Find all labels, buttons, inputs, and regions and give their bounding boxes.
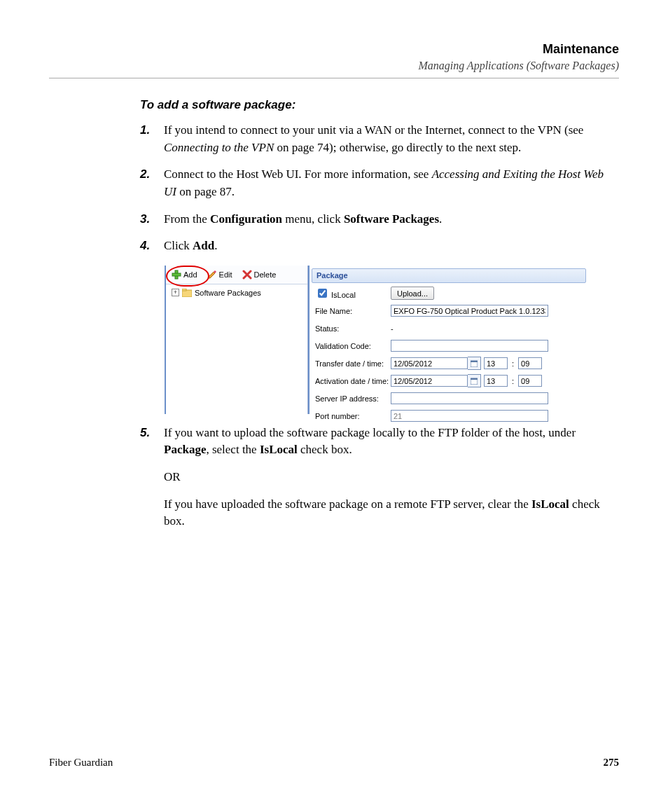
step-text: , select the [206, 443, 259, 456]
step-number: 5. [140, 425, 164, 530]
step-5: 5. If you want to upload the software pa… [140, 425, 619, 530]
expand-icon[interactable]: + [172, 289, 179, 296]
transfer-date-input[interactable] [391, 357, 468, 369]
details-panel: Package IsLocal Upload... File Name: Sta… [308, 266, 588, 414]
ui-ref: Configuration [210, 212, 282, 226]
upload-button[interactable]: Upload... [391, 287, 434, 300]
transfer-min-input[interactable] [518, 357, 542, 369]
calendar-icon[interactable] [468, 357, 481, 370]
page-section-subtitle: Managing Applications (Software Packages… [49, 60, 619, 72]
svg-rect-1 [172, 273, 181, 276]
add-button[interactable]: Add [170, 269, 199, 280]
port-label: Port number: [315, 412, 391, 420]
validation-label: Validation Code: [315, 342, 391, 350]
cross-ref: Connecting to the VPN [164, 141, 274, 154]
embedded-screenshot: Add Edit Delete + Software Pa [164, 265, 589, 415]
time-colon: : [510, 359, 515, 368]
step-1: 1. If you intend to connect to your unit… [140, 122, 619, 156]
header-divider [49, 78, 619, 78]
step-text: If you have uploaded the software packag… [164, 497, 531, 511]
edit-label: Edit [219, 270, 232, 279]
tree-panel: Add Edit Delete + Software Pa [165, 266, 308, 414]
footer-page-number: 275 [604, 757, 620, 769]
step-4: 4. Click Add. [140, 238, 619, 255]
serverip-input[interactable] [391, 392, 548, 404]
calendar-icon[interactable] [468, 374, 481, 387]
tree-root-item[interactable]: + Software Packages [172, 289, 307, 297]
svg-rect-7 [471, 361, 478, 362]
pencil-icon [207, 270, 217, 280]
time-colon: : [510, 377, 515, 385]
activation-hour-input[interactable] [484, 375, 508, 387]
step-3: 3. From the Configuration menu, click So… [140, 211, 619, 228]
panel-title: Package [312, 268, 586, 283]
ui-ref: IsLocal [531, 497, 569, 511]
validation-input[interactable] [391, 340, 548, 352]
footer-product: Fiber Guardian [49, 757, 113, 769]
x-icon [242, 270, 252, 280]
step-text: From the [164, 212, 210, 226]
step-text: . [439, 212, 442, 226]
islocal-label: IsLocal [331, 291, 356, 299]
status-value: - [391, 324, 394, 333]
svg-rect-5 [182, 289, 186, 291]
or-separator: OR [164, 469, 619, 486]
ui-ref: IsLocal [260, 443, 298, 456]
plus-icon [172, 270, 181, 280]
ui-ref: Software Packages [344, 212, 439, 226]
page-section-title: Maintenance [49, 42, 619, 57]
step-text: If you want to upload the software packa… [164, 426, 576, 439]
svg-marker-2 [209, 272, 215, 278]
activation-date-input[interactable] [391, 375, 468, 387]
status-label: Status: [315, 324, 391, 333]
step-text: . [214, 239, 217, 252]
activation-label: Activation date / time: [315, 377, 391, 385]
port-input[interactable] [391, 410, 548, 422]
procedure-heading: To add a software package: [140, 98, 619, 112]
filename-label: File Name: [315, 307, 391, 315]
transfer-hour-input[interactable] [484, 357, 508, 369]
step-number: 3. [140, 211, 164, 228]
filename-input[interactable] [391, 305, 548, 317]
step-number: 1. [140, 122, 164, 156]
delete-label: Delete [254, 270, 277, 279]
serverip-label: Server IP address: [315, 394, 391, 403]
edit-button[interactable]: Edit [206, 269, 234, 280]
step-text: on page 87. [176, 185, 235, 198]
svg-rect-9 [471, 378, 478, 380]
step-text: Connect to the Host Web UI. For more inf… [164, 167, 432, 181]
step-number: 4. [140, 238, 164, 255]
islocal-checkbox[interactable] [318, 289, 327, 298]
step-text: menu, click [282, 212, 344, 226]
step-2: 2. Connect to the Host Web UI. For more … [140, 166, 619, 200]
step-number: 2. [140, 166, 164, 200]
ui-ref: Package [164, 443, 206, 456]
transfer-label: Transfer date / time: [315, 359, 391, 368]
toolbar: Add Edit Delete [166, 266, 307, 284]
step-text: on page 74); otherwise, go directly to t… [274, 141, 521, 154]
add-label: Add [183, 270, 197, 279]
activation-min-input[interactable] [518, 375, 542, 387]
tree: + Software Packages [166, 284, 307, 297]
step-text: Click [164, 239, 193, 252]
step-text: If you intend to connect to your unit vi… [164, 123, 583, 137]
step-text: check box. [298, 443, 352, 456]
tree-root-label: Software Packages [195, 289, 261, 297]
ui-ref: Add [193, 239, 214, 252]
folder-icon [182, 289, 192, 297]
delete-button[interactable]: Delete [241, 269, 278, 280]
